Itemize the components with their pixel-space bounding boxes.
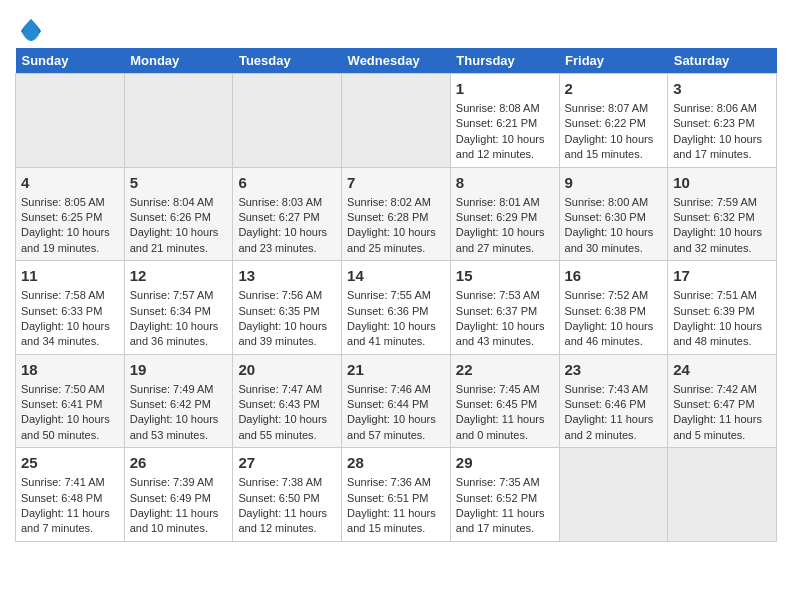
- day-info: Sunset: 6:47 PM: [673, 397, 771, 412]
- day-info: and 43 minutes.: [456, 334, 554, 349]
- calendar-day-cell: 21Sunrise: 7:46 AMSunset: 6:44 PMDayligh…: [342, 354, 451, 448]
- day-info: and 0 minutes.: [456, 428, 554, 443]
- day-number: 21: [347, 359, 445, 380]
- day-info: Daylight: 10 hours: [673, 319, 771, 334]
- day-info: and 27 minutes.: [456, 241, 554, 256]
- day-info: Sunrise: 7:53 AM: [456, 288, 554, 303]
- day-info: Sunrise: 7:50 AM: [21, 382, 119, 397]
- day-info: and 30 minutes.: [565, 241, 663, 256]
- calendar-day-cell: 15Sunrise: 7:53 AMSunset: 6:37 PMDayligh…: [450, 261, 559, 355]
- calendar-day-cell: 16Sunrise: 7:52 AMSunset: 6:38 PMDayligh…: [559, 261, 668, 355]
- day-info: Sunrise: 8:03 AM: [238, 195, 336, 210]
- calendar-day-cell: 6Sunrise: 8:03 AMSunset: 6:27 PMDaylight…: [233, 167, 342, 261]
- calendar-header-row: SundayMondayTuesdayWednesdayThursdayFrid…: [16, 48, 777, 74]
- calendar-week-row: 25Sunrise: 7:41 AMSunset: 6:48 PMDayligh…: [16, 448, 777, 542]
- day-info: Sunrise: 8:06 AM: [673, 101, 771, 116]
- day-info: Sunrise: 7:41 AM: [21, 475, 119, 490]
- day-info: Daylight: 11 hours: [238, 506, 336, 521]
- day-info: Daylight: 10 hours: [347, 412, 445, 427]
- day-info: and 17 minutes.: [456, 521, 554, 536]
- day-info: Sunset: 6:45 PM: [456, 397, 554, 412]
- day-info: Sunrise: 7:46 AM: [347, 382, 445, 397]
- day-info: and 46 minutes.: [565, 334, 663, 349]
- day-info: Sunrise: 8:01 AM: [456, 195, 554, 210]
- day-info: Sunrise: 8:05 AM: [21, 195, 119, 210]
- day-info: and 50 minutes.: [21, 428, 119, 443]
- calendar-day-cell: 8Sunrise: 8:01 AMSunset: 6:29 PMDaylight…: [450, 167, 559, 261]
- day-info: Sunset: 6:30 PM: [565, 210, 663, 225]
- day-info: Sunset: 6:52 PM: [456, 491, 554, 506]
- calendar-day-cell: [668, 448, 777, 542]
- day-info: and 32 minutes.: [673, 241, 771, 256]
- calendar-day-cell: [342, 74, 451, 168]
- day-info: Sunset: 6:50 PM: [238, 491, 336, 506]
- day-info: Daylight: 11 hours: [456, 506, 554, 521]
- day-number: 23: [565, 359, 663, 380]
- day-number: 2: [565, 78, 663, 99]
- day-number: 7: [347, 172, 445, 193]
- day-info: Sunset: 6:32 PM: [673, 210, 771, 225]
- calendar-day-cell: 25Sunrise: 7:41 AMSunset: 6:48 PMDayligh…: [16, 448, 125, 542]
- day-number: 22: [456, 359, 554, 380]
- day-number: 10: [673, 172, 771, 193]
- day-info: and 12 minutes.: [456, 147, 554, 162]
- calendar-week-row: 11Sunrise: 7:58 AMSunset: 6:33 PMDayligh…: [16, 261, 777, 355]
- day-info: Daylight: 10 hours: [238, 412, 336, 427]
- day-number: 27: [238, 452, 336, 473]
- day-info: and 55 minutes.: [238, 428, 336, 443]
- day-info: Sunrise: 7:58 AM: [21, 288, 119, 303]
- day-info: Sunrise: 7:49 AM: [130, 382, 228, 397]
- calendar-day-cell: 2Sunrise: 8:07 AMSunset: 6:22 PMDaylight…: [559, 74, 668, 168]
- day-info: Sunset: 6:29 PM: [456, 210, 554, 225]
- day-info: and 15 minutes.: [347, 521, 445, 536]
- day-number: 12: [130, 265, 228, 286]
- day-info: Daylight: 10 hours: [456, 225, 554, 240]
- day-info: Daylight: 10 hours: [673, 225, 771, 240]
- day-info: Sunrise: 7:55 AM: [347, 288, 445, 303]
- day-info: Daylight: 10 hours: [238, 319, 336, 334]
- calendar-day-cell: 26Sunrise: 7:39 AMSunset: 6:49 PMDayligh…: [124, 448, 233, 542]
- day-info: Sunrise: 7:39 AM: [130, 475, 228, 490]
- day-info: Sunset: 6:27 PM: [238, 210, 336, 225]
- day-number: 11: [21, 265, 119, 286]
- day-info: and 15 minutes.: [565, 147, 663, 162]
- calendar-day-cell: 14Sunrise: 7:55 AMSunset: 6:36 PMDayligh…: [342, 261, 451, 355]
- calendar-day-cell: 28Sunrise: 7:36 AMSunset: 6:51 PMDayligh…: [342, 448, 451, 542]
- day-info: Sunrise: 7:45 AM: [456, 382, 554, 397]
- calendar-week-row: 18Sunrise: 7:50 AMSunset: 6:41 PMDayligh…: [16, 354, 777, 448]
- day-info: Sunset: 6:23 PM: [673, 116, 771, 131]
- day-info: Sunset: 6:28 PM: [347, 210, 445, 225]
- day-number: 6: [238, 172, 336, 193]
- day-number: 28: [347, 452, 445, 473]
- calendar-day-cell: 20Sunrise: 7:47 AMSunset: 6:43 PMDayligh…: [233, 354, 342, 448]
- day-info: Daylight: 10 hours: [130, 319, 228, 334]
- calendar-day-cell: 23Sunrise: 7:43 AMSunset: 6:46 PMDayligh…: [559, 354, 668, 448]
- day-info: and 41 minutes.: [347, 334, 445, 349]
- day-info: and 34 minutes.: [21, 334, 119, 349]
- day-info: Sunrise: 7:56 AM: [238, 288, 336, 303]
- calendar-day-header: Friday: [559, 48, 668, 74]
- day-info: and 25 minutes.: [347, 241, 445, 256]
- day-info: Daylight: 10 hours: [673, 132, 771, 147]
- day-info: Sunset: 6:41 PM: [21, 397, 119, 412]
- calendar-day-header: Wednesday: [342, 48, 451, 74]
- day-info: Daylight: 10 hours: [21, 412, 119, 427]
- calendar-table: SundayMondayTuesdayWednesdayThursdayFrid…: [15, 48, 777, 542]
- day-info: Sunrise: 8:07 AM: [565, 101, 663, 116]
- day-number: 29: [456, 452, 554, 473]
- page-header: [15, 10, 777, 43]
- day-info: and 39 minutes.: [238, 334, 336, 349]
- day-number: 5: [130, 172, 228, 193]
- day-info: Sunrise: 8:02 AM: [347, 195, 445, 210]
- day-info: Sunrise: 7:47 AM: [238, 382, 336, 397]
- day-number: 9: [565, 172, 663, 193]
- day-number: 20: [238, 359, 336, 380]
- day-info: and 5 minutes.: [673, 428, 771, 443]
- day-info: Sunset: 6:34 PM: [130, 304, 228, 319]
- day-info: Sunrise: 7:59 AM: [673, 195, 771, 210]
- day-info: and 2 minutes.: [565, 428, 663, 443]
- day-info: Sunrise: 8:04 AM: [130, 195, 228, 210]
- calendar-day-cell: [16, 74, 125, 168]
- day-info: Daylight: 11 hours: [456, 412, 554, 427]
- day-info: Sunrise: 7:35 AM: [456, 475, 554, 490]
